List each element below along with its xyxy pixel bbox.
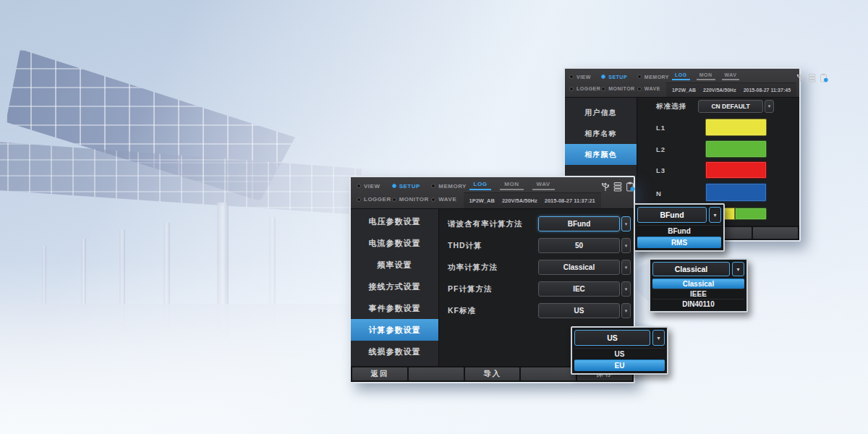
menu-item-current-params[interactable]: 电流参数设置 xyxy=(351,232,438,254)
nav-monitor[interactable]: MONITOR xyxy=(601,83,637,95)
dropdown-popup-kf: US US EU xyxy=(571,326,668,375)
range-value: 220V/5A/50Hz xyxy=(502,197,537,204)
menu-item-voltage-params[interactable]: 电压参数设置 xyxy=(351,210,438,232)
dropdown-option-us[interactable]: US xyxy=(574,348,665,359)
chevron-down-icon[interactable] xyxy=(621,260,631,275)
kf-standard-select[interactable]: US xyxy=(538,303,631,318)
standard-select-value[interactable]: CN DEFAULT xyxy=(698,100,763,113)
import-button[interactable]: 导入 xyxy=(465,367,520,380)
chevron-down-icon[interactable] xyxy=(732,262,744,276)
phase-label-l2: L2 xyxy=(656,145,665,153)
timestamp: 2015-08-27 11:37:45 xyxy=(744,88,791,93)
standard-select[interactable]: CN DEFAULT xyxy=(698,100,774,113)
usb-icon[interactable] xyxy=(601,182,610,192)
footer-button[interactable] xyxy=(521,367,576,380)
back-button[interactable]: 返回 xyxy=(352,367,407,380)
wiring-mode: 1P2W_AB xyxy=(672,88,696,93)
nav-memory[interactable]: MEMORY xyxy=(637,71,666,83)
nav-label: SETUP xyxy=(608,75,627,80)
pf-method-select[interactable]: IEC xyxy=(538,281,631,297)
dropdown-selected-value[interactable]: Classical xyxy=(652,262,730,276)
dropdown-option-din40110[interactable]: DIN40110 xyxy=(652,299,744,309)
footer-button[interactable] xyxy=(409,367,464,380)
tab-wav[interactable]: WAV xyxy=(722,72,740,80)
nav-logger[interactable]: LOGGER xyxy=(569,83,601,95)
tab-log[interactable]: LOG xyxy=(469,180,492,190)
menu-item-wiring[interactable]: 接线方式设置 xyxy=(351,276,438,297)
kf-standard-value[interactable]: US xyxy=(538,303,620,318)
nav-label: WAVE xyxy=(644,86,660,91)
menu-item-frequency[interactable]: 频率设置 xyxy=(351,254,438,276)
header: VIEW SETUP MEMORY LOGGER MONITOR WAVE LO… xyxy=(565,69,799,98)
nav-label: VIEW xyxy=(576,75,591,80)
header-icons xyxy=(796,69,833,97)
power-method-select[interactable]: Classical xyxy=(538,260,631,275)
menu-item-phase-colors[interactable]: 相序颜色 xyxy=(565,144,637,165)
nav-memory[interactable]: MEMORY xyxy=(431,179,463,193)
radio-dot-icon xyxy=(431,197,435,202)
dropdown-option-classical[interactable]: Classical xyxy=(652,278,744,289)
timestamp: 2015-08-27 11:37:21 xyxy=(545,197,595,204)
dropdown-option-bfund[interactable]: BFund xyxy=(637,225,721,237)
clipboard-icon[interactable] xyxy=(626,182,635,192)
storage-icon[interactable] xyxy=(613,182,622,192)
dropdown-option-rms[interactable]: RMS xyxy=(637,237,721,248)
dropdown-popup-harmonic: BFund BFund RMS xyxy=(634,203,725,252)
phase-label-n: N xyxy=(656,190,662,197)
power-method-value[interactable]: Classical xyxy=(538,260,620,275)
nav-label: MONITOR xyxy=(399,196,429,203)
chevron-down-icon[interactable] xyxy=(765,100,774,113)
tab-wav[interactable]: WAV xyxy=(532,180,555,190)
nav-label: MONITOR xyxy=(608,86,634,91)
storage-icon[interactable] xyxy=(808,73,816,82)
nav-view[interactable]: VIEW xyxy=(357,179,392,193)
radio-dot-icon xyxy=(357,184,361,188)
nav-setup[interactable]: SETUP xyxy=(392,179,432,193)
support-post-image xyxy=(269,217,276,326)
mode-nav: VIEW SETUP MEMORY LOGGER MONITOR WAVE xyxy=(351,177,464,208)
pf-method-value[interactable]: IEC xyxy=(538,281,620,297)
footer-button[interactable] xyxy=(753,227,798,239)
usb-icon[interactable] xyxy=(796,73,804,82)
tab-mon[interactable]: MON xyxy=(697,72,715,80)
tab-log[interactable]: LOG xyxy=(672,72,690,80)
dropdown-option-ieee[interactable]: IEEE xyxy=(652,289,744,299)
dropdown-option-eu[interactable]: EU xyxy=(574,359,665,371)
field-label-power-method: 功率计算方法 xyxy=(448,263,498,273)
menu-item-phase-names[interactable]: 相序名称 xyxy=(565,123,637,144)
nav-setup[interactable]: SETUP xyxy=(601,71,637,83)
chevron-down-icon[interactable] xyxy=(621,281,631,297)
harmonic-method-select[interactable]: BFund xyxy=(538,216,631,231)
chevron-down-icon[interactable] xyxy=(621,216,631,231)
clipboard-icon[interactable] xyxy=(820,73,828,82)
phase-color-swatch-l1[interactable] xyxy=(705,119,767,136)
nav-logger[interactable]: LOGGER xyxy=(357,193,392,207)
radio-dot-icon xyxy=(601,87,605,91)
chevron-down-icon[interactable] xyxy=(621,303,631,318)
thd-calc-select[interactable]: 50 xyxy=(538,238,631,253)
chevron-down-icon[interactable] xyxy=(621,238,631,253)
thd-calc-value[interactable]: 50 xyxy=(538,238,620,253)
tab-mon[interactable]: MON xyxy=(500,180,523,190)
nav-view[interactable]: VIEW xyxy=(569,71,601,83)
menu-item-event-params[interactable]: 事件参数设置 xyxy=(351,297,438,319)
dropdown-selected-value[interactable]: US xyxy=(574,330,650,346)
radio-dot-icon xyxy=(392,184,396,188)
nav-wave[interactable]: WAVE xyxy=(637,83,666,95)
radio-dot-icon xyxy=(431,184,435,188)
radio-dot-icon xyxy=(637,87,642,91)
chevron-down-icon[interactable] xyxy=(709,207,721,223)
nav-monitor[interactable]: MONITOR xyxy=(392,193,432,207)
phase-color-swatch-l2[interactable] xyxy=(705,140,767,158)
menu-item-lineloss-params[interactable]: 线损参数设置 xyxy=(351,341,438,362)
dropdown-selected-value[interactable]: BFund xyxy=(637,207,707,223)
log-tabs: LOG MON WAV xyxy=(666,69,796,83)
chevron-down-icon[interactable] xyxy=(652,330,665,346)
menu-item-calc-params[interactable]: 计算参数设置 xyxy=(351,319,438,341)
menu-item-user-info[interactable]: 用户信息 xyxy=(565,102,637,123)
radio-dot-icon xyxy=(569,75,574,79)
phase-color-swatch-n[interactable] xyxy=(705,183,767,202)
harmonic-method-value[interactable]: BFund xyxy=(538,216,620,231)
nav-wave[interactable]: WAVE xyxy=(431,193,463,207)
phase-color-swatch-l3[interactable] xyxy=(705,161,767,179)
